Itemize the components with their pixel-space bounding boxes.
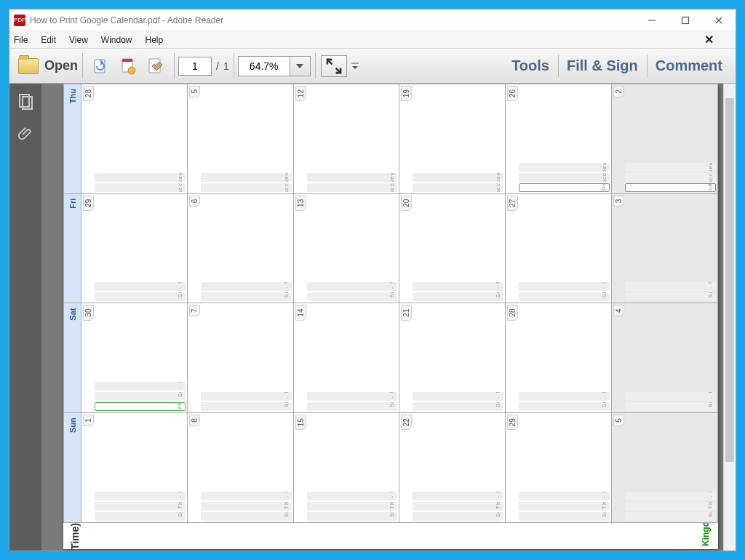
calendar-event: - Success [519,173,610,182]
highlighted-event: g Day [519,183,610,192]
page-total: 1 [223,60,229,72]
highlighted-event: anuary [625,183,716,192]
date-number: 5 [189,86,200,97]
calendar-event: 11:00 - Never [95,492,186,500]
calendar-event: 10:00 - The Word [413,502,503,511]
date-number: 1 [83,415,94,426]
day-header: Sun [64,413,81,522]
calendar-event: 11:00 - Never [307,283,398,292]
menu-view[interactable]: View [69,35,88,45]
attachments-button[interactable] [15,123,36,143]
calendar-cell: 26g Day- Success- Never [506,84,612,193]
date-number: 29 [507,415,518,430]
calendar-event: 09:00 - Success [413,512,503,521]
calendar-event: 11:00 - Never [519,283,610,292]
page-number-input[interactable] [178,57,212,76]
pdf-page: Dec 2019 (United Kingdom Time) Kingdom S… [63,84,718,549]
menu-file[interactable]: File [14,35,28,45]
calendar-event: 10:00 - The Word [519,502,610,511]
calendar-event: 09:00 - Success [307,293,398,302]
window-controls [635,9,736,31]
vertical-scrollbar[interactable] [723,84,736,551]
close-document-button[interactable]: ✕ [704,33,718,47]
day-column: Sat30St Andrew's Day09:00 - Success11:00… [64,303,717,413]
calendar-event: 11:00 - Never [201,492,292,500]
svg-rect-1 [682,17,689,23]
zoom-combo[interactable]: 64.7% [238,56,311,76]
tools-tab[interactable]: Tools [503,49,558,83]
fill-sign-tab[interactable]: Fill & Sign [558,49,647,83]
calendar-event: 09:00 - Success [413,402,503,411]
create-pdf-button[interactable] [116,54,140,79]
date-number: 8 [189,415,200,426]
calendar-cell: 809:00 - Success10:00 - The Word11:00 - … [188,413,294,522]
titlebar: PDF How to Print Google Calendar.pdf - A… [9,9,736,31]
menu-edit[interactable]: Edit [41,35,56,45]
calendar-event: 10:00 - The Word [201,502,292,511]
date-number: 22 [401,415,412,430]
calendar-event: 11:00 - Never [201,392,292,401]
zoom-dropdown[interactable] [290,57,310,76]
app-window: PDF How to Print Google Calendar.pdf - A… [9,9,736,551]
maximize-icon [681,16,690,25]
date-number: 29 [83,196,94,211]
date-number: 27 [507,196,518,211]
reading-mode-dropdown[interactable] [350,63,360,70]
calendar-event: 10:00 - The Word [95,502,186,511]
calendar-event: - Never [201,173,292,182]
calendar-event: 11:00 - Never [413,283,503,292]
calendar-event: - Success [307,183,398,192]
menubar: File Edit View Window Help ✕ [9,31,736,49]
zoom-value: 64.7% [239,60,290,72]
calendar-event: 11:00 - Never [519,492,610,500]
date-number: 6 [189,196,200,207]
close-icon [714,16,723,25]
open-group: Open [14,49,82,83]
calendar-event: 10:00 - The Word [625,502,716,511]
fit-page-button[interactable] [321,55,347,77]
calendar-event: 11:00 - Never [95,382,186,391]
date-number: 28 [83,86,94,101]
thumbnails-button[interactable] [15,91,36,111]
calendar-event: 09:00 - Success [519,293,610,302]
calendar-event: 09:00 - Success [201,512,292,521]
date-number: 13 [295,196,306,211]
comment-tab[interactable]: Comment [647,49,731,83]
close-button[interactable] [702,9,736,31]
calendar-cell: 1309:00 - Success11:00 - Never [294,194,400,303]
sign-button[interactable] [143,54,168,79]
convert-button[interactable] [88,54,113,79]
content-area: Dec 2019 (United Kingdom Time) Kingdom S… [9,84,736,551]
calendar-cell: 1409:00 - Success11:00 - Never [294,304,400,413]
calendar-event: 10:00 - The Word [307,502,398,511]
create-pdf-icon [119,57,138,76]
calendar-event: 09:00 - Success [625,402,716,411]
maximize-button[interactable] [669,9,702,31]
calendar-event: - Never [95,173,186,182]
date-number: 4 [613,305,624,317]
calendar-event: 11:00 - Never [413,492,503,500]
calendar-event: 11:00 - Never [307,392,398,401]
menu-window[interactable]: Window [101,35,132,45]
calendar-title: Dec 2019 (United Kingdom Time) [69,523,81,549]
day-column: Fri2909:00 - Success11:00 - Never609:00 … [64,193,717,303]
fit-page-icon [324,57,343,76]
menu-help[interactable]: Help [146,35,164,45]
calendar-cell: 609:00 - Success11:00 - Never [188,194,294,303]
minimize-button[interactable] [635,9,669,31]
scrollbar-thumb[interactable] [725,98,734,462]
calendar-event: 11:00 - Never [625,283,716,292]
date-number: 7 [189,305,200,317]
calendar-cell: 2109:00 - Success11:00 - Never [399,304,506,413]
document-viewport[interactable]: Dec 2019 (United Kingdom Time) Kingdom S… [41,84,736,551]
open-button[interactable]: Open [18,58,78,74]
calendar-event: 09:00 - Success [201,402,292,411]
svg-point-7 [128,67,135,74]
calendar-event: - Never [625,163,716,172]
calendar-event: 09:00 - Success [95,293,186,302]
date-number: 28 [507,305,518,321]
pdf-app-icon: PDF [14,15,25,26]
thumbnails-icon [17,92,34,110]
calendar-event: 11:00 - Never [625,492,716,500]
calendar-cell: 109:00 - Success10:00 - The Word11:00 - … [81,413,188,522]
